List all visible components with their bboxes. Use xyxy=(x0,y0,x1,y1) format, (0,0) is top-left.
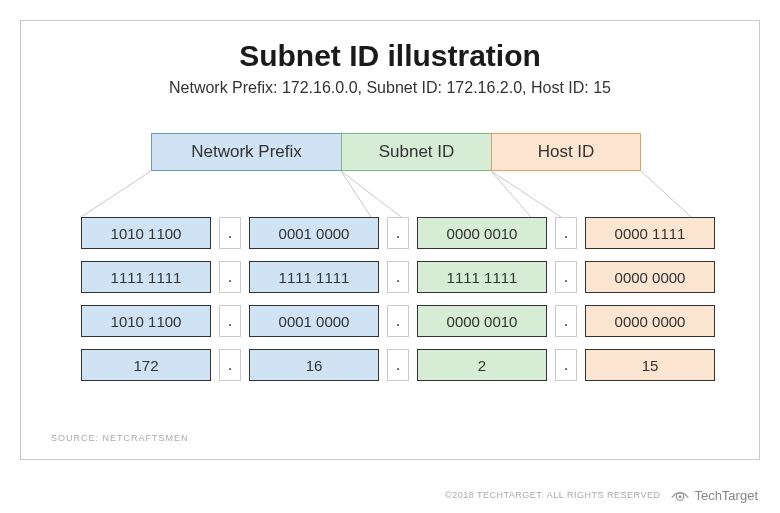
dot-separator: . xyxy=(555,261,577,293)
octet-cell: 2 xyxy=(417,349,547,381)
dot-separator: . xyxy=(555,349,577,381)
svg-line-3 xyxy=(491,171,531,217)
dot-separator: . xyxy=(387,305,409,337)
dot-separator: . xyxy=(555,305,577,337)
table-row: 172 . 16 . 2 . 15 xyxy=(81,349,715,381)
svg-line-1 xyxy=(341,171,371,217)
techtarget-logo: TechTarget xyxy=(670,485,758,505)
dot-separator: . xyxy=(219,305,241,337)
octet-cell: 1010 1100 xyxy=(81,217,211,249)
diagram-frame: Subnet ID illustration Network Prefix: 1… xyxy=(20,20,760,460)
octet-cell: 172 xyxy=(81,349,211,381)
table-row: 1010 1100 . 0001 0000 . 0000 0010 . 0000… xyxy=(81,305,715,337)
octet-cell: 0000 0010 xyxy=(417,305,547,337)
svg-line-0 xyxy=(81,171,151,217)
brand-text: TechTarget xyxy=(694,488,758,503)
octet-grid: 1010 1100 . 0001 0000 . 0000 0010 . 0000… xyxy=(81,217,715,393)
svg-line-2 xyxy=(341,171,401,217)
octet-cell: 1111 1111 xyxy=(249,261,379,293)
octet-cell: 0001 0000 xyxy=(249,305,379,337)
octet-cell: 0001 0000 xyxy=(249,217,379,249)
dot-separator: . xyxy=(219,349,241,381)
table-row: 1010 1100 . 0001 0000 . 0000 0010 . 0000… xyxy=(81,217,715,249)
octet-cell: 16 xyxy=(249,349,379,381)
diagram-title: Subnet ID illustration xyxy=(21,39,759,73)
octet-cell: 1111 1111 xyxy=(417,261,547,293)
header-network-prefix: Network Prefix xyxy=(151,133,341,171)
dot-separator: . xyxy=(219,217,241,249)
header-host-id: Host ID xyxy=(491,133,641,171)
dot-separator: . xyxy=(387,217,409,249)
source-credit: SOURCE: NETCRAFTSMEN xyxy=(51,433,189,443)
dot-separator: . xyxy=(387,261,409,293)
dot-separator: . xyxy=(387,349,409,381)
header-row: Network Prefix Subnet ID Host ID xyxy=(151,133,641,171)
octet-cell: 0000 0000 xyxy=(585,305,715,337)
header-subnet-id: Subnet ID xyxy=(341,133,491,171)
dot-separator: . xyxy=(219,261,241,293)
table-row: 1111 1111 . 1111 1111 . 1111 1111 . 0000… xyxy=(81,261,715,293)
svg-line-4 xyxy=(491,171,561,217)
octet-cell: 0000 0010 xyxy=(417,217,547,249)
svg-point-7 xyxy=(679,495,682,498)
diagram-subtitle: Network Prefix: 172.16.0.0, Subnet ID: 1… xyxy=(21,79,759,97)
octet-cell: 15 xyxy=(585,349,715,381)
copyright-text: ©2018 TECHTARGET. ALL RIGHTS RESERVED xyxy=(445,490,660,500)
eye-icon xyxy=(670,485,690,505)
octet-cell: 1010 1100 xyxy=(81,305,211,337)
svg-line-5 xyxy=(641,171,691,217)
octet-cell: 0000 1111 xyxy=(585,217,715,249)
octet-cell: 0000 0000 xyxy=(585,261,715,293)
dot-separator: . xyxy=(555,217,577,249)
footer: ©2018 TECHTARGET. ALL RIGHTS RESERVED Te… xyxy=(445,485,758,505)
octet-cell: 1111 1111 xyxy=(81,261,211,293)
